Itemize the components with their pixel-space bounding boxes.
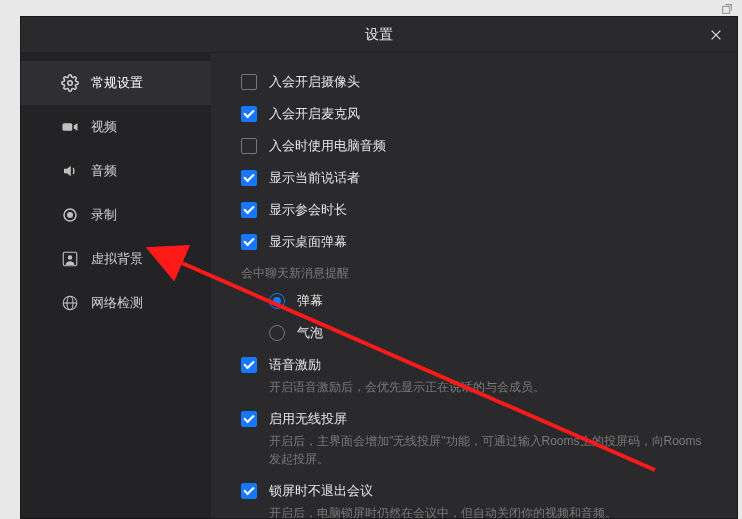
video-icon (61, 118, 79, 136)
checkbox-desktop-danmu[interactable] (241, 234, 257, 250)
svg-point-8 (68, 255, 73, 260)
checkbox-speaker[interactable] (241, 170, 257, 186)
checkbox-camera[interactable] (241, 74, 257, 90)
option-duration: 显示参会时长 (241, 201, 707, 219)
option-label: 显示当前说话者 (269, 169, 360, 187)
checkbox-lock[interactable] (241, 483, 257, 499)
sidebar-item-general[interactable]: 常规设置 (21, 61, 211, 105)
option-desktop-danmu: 显示桌面弹幕 (241, 233, 707, 251)
option-label: 气泡 (297, 324, 323, 342)
option-pc-audio: 入会时使用电脑音频 (241, 137, 707, 155)
checkbox-mic[interactable] (241, 106, 257, 122)
gear-icon (61, 74, 79, 92)
checkbox-duration[interactable] (241, 202, 257, 218)
close-button[interactable] (705, 24, 727, 46)
svg-point-6 (68, 213, 73, 218)
sidebar-item-record[interactable]: 录制 (21, 193, 211, 237)
checkbox-pc-audio[interactable] (241, 138, 257, 154)
popout-icon (720, 2, 734, 16)
sidebar-item-label: 虚拟背景 (91, 250, 143, 268)
radio-option-bubble: 气泡 (269, 324, 707, 342)
option-camera: 入会开启摄像头 (241, 73, 707, 91)
sidebar-item-label: 录制 (91, 206, 117, 224)
speaker-icon (61, 162, 79, 180)
sidebar: 常规设置 视频 音频 (21, 53, 211, 518)
radio-bubble[interactable] (269, 325, 285, 341)
option-cast: 启用无线投屏 开启后，主界面会增加"无线投屏"功能，可通过输入Rooms上的投屏… (241, 410, 707, 468)
sidebar-item-label: 视频 (91, 118, 117, 136)
window-title: 设置 (365, 26, 393, 44)
main-panel: 入会开启摄像头 入会开启麦克风 入会时使用电脑音频 显示当前说话者 显示参会时长… (211, 53, 737, 518)
option-desc: 开启语音激励后，会优先显示正在说话的与会成员。 (269, 378, 545, 396)
sidebar-item-label: 常规设置 (91, 74, 143, 92)
option-lock: 锁屏时不退出会议 开启后，电脑锁屏时仍然在会议中，但自动关闭你的视频和音频。 (241, 482, 707, 518)
settings-window: 设置 常规设置 (20, 16, 738, 519)
titlebar: 设置 (21, 17, 737, 53)
option-label: 入会开启摄像头 (269, 73, 360, 91)
option-label: 显示参会时长 (269, 201, 347, 219)
globe-icon (61, 294, 79, 312)
svg-rect-0 (723, 6, 730, 13)
option-label: 启用无线投屏 (269, 410, 707, 428)
option-desc: 开启后，电脑锁屏时仍然在会议中，但自动关闭你的视频和音频。 (269, 504, 617, 518)
body: 常规设置 视频 音频 (21, 53, 737, 518)
checkbox-voice[interactable] (241, 357, 257, 373)
option-label: 弹幕 (297, 292, 323, 310)
radio-option-danmu: 弹幕 (269, 292, 707, 310)
sidebar-item-label: 网络检测 (91, 294, 143, 312)
option-voice: 语音激励 开启语音激励后，会优先显示正在说话的与会成员。 (241, 356, 707, 396)
person-icon (61, 250, 79, 268)
record-icon (61, 206, 79, 224)
option-desc: 开启后，主界面会增加"无线投屏"功能，可通过输入Rooms上的投屏码，向Room… (269, 432, 707, 468)
option-label: 锁屏时不退出会议 (269, 482, 617, 500)
sidebar-item-video[interactable]: 视频 (21, 105, 211, 149)
sidebar-item-label: 音频 (91, 162, 117, 180)
option-mic: 入会开启麦克风 (241, 105, 707, 123)
option-label: 语音激励 (269, 356, 545, 374)
checkbox-cast[interactable] (241, 411, 257, 427)
chat-section-label: 会中聊天新消息提醒 (241, 265, 707, 282)
sidebar-item-network[interactable]: 网络检测 (21, 281, 211, 325)
svg-rect-4 (63, 123, 73, 131)
option-label: 显示桌面弹幕 (269, 233, 347, 251)
option-label: 入会时使用电脑音频 (269, 137, 386, 155)
option-speaker: 显示当前说话者 (241, 169, 707, 187)
sidebar-item-virtual-bg[interactable]: 虚拟背景 (21, 237, 211, 281)
radio-danmu[interactable] (269, 293, 285, 309)
option-label: 入会开启麦克风 (269, 105, 360, 123)
svg-point-3 (68, 81, 73, 86)
sidebar-item-audio[interactable]: 音频 (21, 149, 211, 193)
